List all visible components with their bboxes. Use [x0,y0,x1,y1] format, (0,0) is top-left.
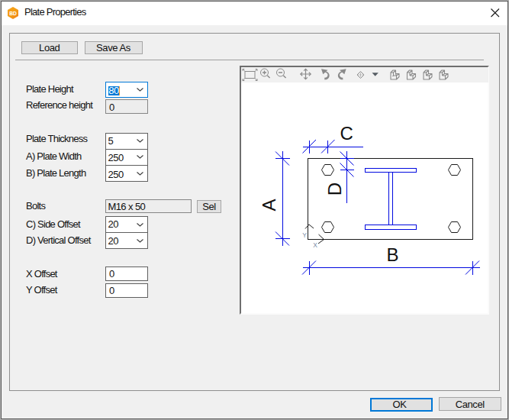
svg-text:D: D [324,183,344,195]
svg-text:Y: Y [302,231,307,239]
svg-text:C: C [340,123,353,144]
svg-text:BD: BD [9,11,17,16]
svg-text:A: A [258,199,279,211]
svg-text:X: X [313,241,317,249]
svg-text:B: B [386,244,398,265]
